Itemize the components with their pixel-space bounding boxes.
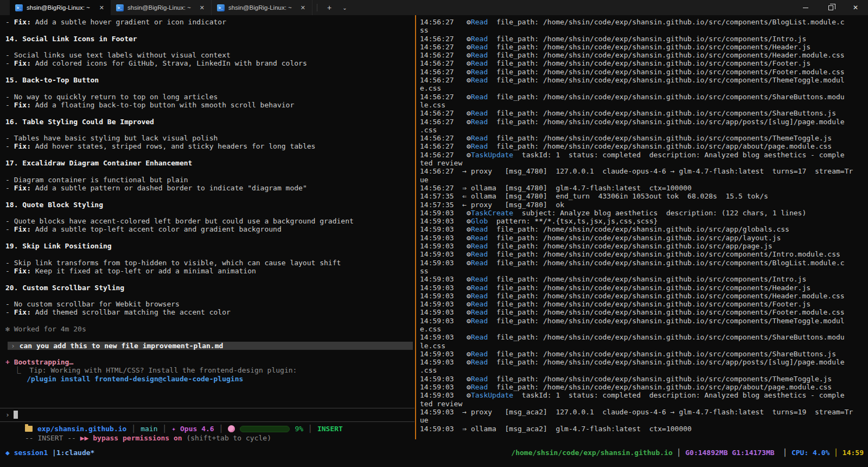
tmux-cpu-usage: CPU: 4.0%	[792, 449, 829, 457]
terminal-tab[interactable]: >_ shsin@BigRig-Linux: ~ ✕	[212, 0, 312, 15]
terminal-line: 14:59:03 ⚙Read file_path: /home/shsin/co…	[420, 317, 867, 325]
terminal-tab-icon: >_	[116, 4, 124, 11]
terminal-tab[interactable]: >_ shsin@BigRig-Linux: ~ ✕	[10, 0, 111, 15]
left-terminal-pane[interactable]: - Fix: Add a subtle hover gradient or ic…	[0, 18, 414, 443]
tip-line: ⎿ Tip: Working with HTML/CSS? Install th…	[5, 366, 414, 374]
text-cursor	[14, 411, 18, 419]
tab-divider	[317, 4, 317, 11]
terminal-line: - Fix: Add a subtle pattern or dashed bo…	[5, 184, 414, 192]
terminal-line: 14:59:03 ⚙Read file_path: /home/shsin/co…	[420, 250, 867, 258]
tmux-gpu-memory: G0:14892MB G1:14173MB	[685, 449, 774, 457]
tab-close-icon[interactable]: ✕	[97, 3, 106, 12]
restore-icon	[828, 5, 833, 10]
terminal-line: e.css	[420, 84, 867, 92]
terminal-line: le.css	[420, 342, 867, 350]
statusline-mode: INSERT	[317, 425, 343, 433]
terminal-line: ue	[420, 416, 867, 424]
new-tab-button[interactable]: +	[322, 3, 337, 12]
statusline-separator: │	[308, 425, 312, 433]
terminal-line: 14:59:03 ⚙Read file_path: /home/shsin/co…	[420, 375, 867, 383]
terminal-line: ted review	[420, 159, 867, 167]
minimize-button[interactable]	[793, 0, 818, 15]
terminal-line: 14:56:27 ⚙Read file_path: /home/shsin/co…	[420, 18, 867, 26]
right-pane-lines: 14:56:27 ⚙Read file_path: /home/shsin/co…	[420, 18, 867, 433]
tmux-session-name: session1	[14, 449, 48, 457]
terminal-line: - No custom scrollbar for Webkit browser…	[5, 300, 414, 308]
tmux-right-status: /home/shsin/code/exp/shansin.github.io │…	[511, 448, 868, 458]
terminal-line: 14:56:27 ⚙Read file_path: /home/shsin/co…	[420, 134, 867, 142]
tab-title: shsin@BigRig-Linux: ~	[27, 4, 93, 11]
terminal-line: 14:56:27 ⚙Read file_path: /home/shsin/co…	[420, 142, 867, 150]
claude-statusline: exp/shansin.github.io │ main │ ✦ Opus 4.…	[0, 425, 414, 433]
right-terminal-pane[interactable]: 14:56:27 ⚙Read file_path: /home/shsin/co…	[420, 18, 867, 433]
terminal-line: - Fix: Add hover states, striped rows, a…	[5, 142, 414, 150]
terminal-area: - Fix: Add a subtle hover gradient or ic…	[0, 15, 868, 467]
tab-dropdown-button[interactable]: ⌄	[337, 5, 352, 11]
bypass-arrows-icon: ▶▶	[80, 434, 89, 442]
terminal-line	[5, 84, 414, 92]
context-percentage: 9%	[295, 425, 303, 433]
terminal-line: - No way to quickly return to top on lon…	[5, 93, 414, 101]
terminal-line: 14:59:03 ⚙Read file_path: /home/shsin/co…	[420, 234, 867, 242]
bypass-permissions-label: bypass permissions on	[93, 434, 182, 442]
tab-close-icon[interactable]: ✕	[298, 3, 308, 12]
terminal-tab[interactable]: >_ shsin@BigRig-Linux: ~ ✕	[111, 0, 212, 15]
terminal-line	[5, 167, 414, 175]
terminal-line: 16. Table Styling Could Be Improved	[5, 118, 414, 126]
bootstrapping-line: + Bootstrapping…	[5, 358, 414, 366]
terminal-line: 14:57:35 ⇐ ollama [msg_4780] end_turn 43…	[420, 192, 867, 200]
terminal-line: - Fix: Keep it fixed at top-left or add …	[5, 267, 414, 275]
terminal-line: - Fix: Add colored icons for GitHub, Str…	[5, 59, 414, 67]
tab-strip: >_ shsin@BigRig-Linux: ~ ✕ >_ shsin@BigR…	[0, 0, 312, 15]
statusline-git-branch: main	[141, 425, 157, 433]
terminal-line: 14:56:27 ⇒ ollama [msg_4780] glm-4.7-fla…	[420, 184, 867, 192]
model-star-icon: ✦	[171, 425, 176, 433]
restore-button[interactable]	[818, 0, 843, 15]
terminal-line: ss	[420, 267, 867, 275]
terminal-line: 14:57:35 ← proxy [msg_4780] ok	[420, 201, 867, 209]
terminal-line	[5, 43, 414, 51]
terminal-line: 14:59:03 ⚙Read file_path: /home/shsin/co…	[420, 333, 867, 341]
terminal-line: - Diagram container is functional but pl…	[5, 176, 414, 184]
terminal-line: 14:59:03 → proxy [msg_aca2] 127.0.0.1 cl…	[420, 408, 867, 416]
vim-mode-indicator: -- INSERT --	[25, 434, 76, 442]
folder-icon	[25, 426, 33, 432]
terminal-line: - Social links use text labels without v…	[5, 51, 414, 59]
tab-title: shsin@BigRig-Linux: ~	[127, 4, 194, 11]
claude-input-box[interactable]: ›	[0, 408, 414, 422]
tmux-window-name[interactable]: |1:claude*	[52, 449, 94, 457]
terminal-line: ue	[420, 176, 867, 184]
terminal-line: - Fix: Add themed scrollbar matching the…	[5, 308, 414, 316]
prompt-chevron: ›	[5, 411, 10, 419]
terminal-line	[5, 151, 414, 159]
terminal-line: 14:56:27 ⚙Read file_path: /home/shsin/co…	[420, 68, 867, 76]
plugin-command-line: /plugin install frontend-design@claude-c…	[5, 375, 414, 383]
terminal-line: 14:59:03 ⚙Read file_path: /home/shsin/co…	[420, 358, 867, 366]
terminal-line: e.css	[420, 325, 867, 333]
terminal-line: le.css	[420, 101, 867, 109]
terminal-line: 14:59:03 ⚙Read file_path: /home/shsin/co…	[420, 300, 867, 308]
tab-close-icon[interactable]: ✕	[197, 3, 207, 12]
terminal-line: 14:59:03 ⚙Read file_path: /home/shsin/co…	[420, 350, 867, 358]
terminal-line: - Quote blocks have accent-colored left …	[5, 217, 414, 225]
terminal-line: 14:56:27 ⚙Read file_path: /home/shsin/co…	[420, 76, 867, 84]
claude-statusline-2: -- INSERT -- ▶▶ bypass permissions on (s…	[0, 434, 414, 443]
tab-extras: + ⌄	[312, 0, 353, 15]
terminal-line	[5, 275, 414, 283]
terminal-line: - Fix: Add a subtle top-left accent colo…	[5, 225, 414, 233]
statusline-model: ✦ Opus 4.6	[171, 425, 214, 433]
statusline-project: exp/shansin.github.io	[37, 425, 126, 433]
user-input-echo: › can you add this to new file improveme…	[8, 342, 413, 350]
terminal-line: 14:56:27 ⚙Read file_path: /home/shsin/co…	[420, 51, 867, 59]
tmux-cwd: /home/shsin/code/exp/shansin.github.io	[511, 449, 672, 457]
terminal-line: 14:56:27 ⚙Read file_path: /home/shsin/co…	[420, 43, 867, 51]
terminal-line: - Fix: Add a floating back-to-top button…	[5, 101, 414, 109]
tmux-status-bar: ◆ session1 |1:claude* /home/shsin/code/e…	[0, 448, 868, 458]
terminal-line	[5, 209, 414, 217]
terminal-line: 14:56:27 ⚙Read file_path: /home/shsin/co…	[420, 35, 867, 43]
terminal-line	[5, 68, 414, 76]
terminal-line: 14:56:27 ⚙Read file_path: /home/shsin/co…	[420, 93, 867, 101]
close-button[interactable]: ✕	[843, 0, 868, 15]
pane-divider[interactable]	[415, 15, 416, 439]
terminal-line: 14:56:27 ⚙Read file_path: /home/shsin/co…	[420, 118, 867, 126]
